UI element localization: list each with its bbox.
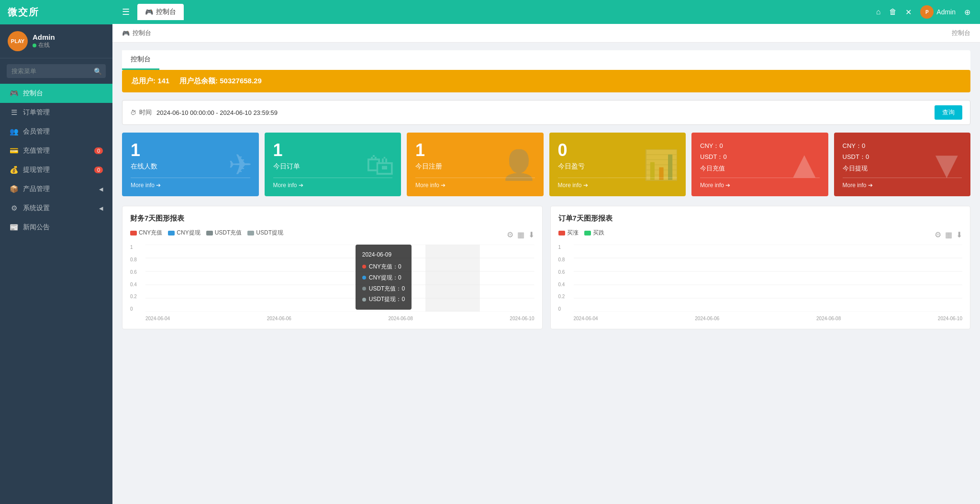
date-filter-value: 2024-06-10 00:00:00 - 2024-06-10 23:59:5… xyxy=(156,109,930,116)
expand-icon[interactable]: ✕ xyxy=(905,8,912,17)
topbar-right: ⌂ 🗑 ✕ P Admin ⊕ xyxy=(876,5,970,19)
stat-cards: 1 在线人数 ✈ More info ➔ 1 今日订单 🛍 More info … xyxy=(122,133,970,196)
order-chart-area: 10.80.60.40.20 xyxy=(558,245,963,321)
tooltip-label-1: CNY充值：0 xyxy=(369,261,401,272)
register-bg-icon: 👤 xyxy=(501,147,537,181)
legend-usdt-withdraw: USDT提现 xyxy=(247,229,283,237)
trash-icon[interactable]: 🗑 xyxy=(889,8,897,16)
sidebar-item-label: 会员管理 xyxy=(23,127,50,136)
legend-dot-buy-up xyxy=(558,231,565,235)
topbar-tab[interactable]: 🎮 控制台 xyxy=(137,4,184,20)
topbar-avatar: P xyxy=(920,5,934,19)
sidebar-item-orders[interactable]: ☰ 订单管理 xyxy=(0,103,112,122)
legend-dot-usdt-recharge xyxy=(206,231,213,235)
order-y-labels: 10.80.60.40.20 xyxy=(558,245,572,312)
breadcrumb-label: 控制台 xyxy=(133,29,151,37)
total-users-label: 总用户: xyxy=(132,77,156,85)
search-box[interactable]: 🔍 xyxy=(7,64,106,78)
orders-icon: ☰ xyxy=(10,108,18,117)
tab-label: 控制台 xyxy=(156,8,176,16)
finance-tooltip: 2024-06-09 CNY充值：0 CNY提现：0 xyxy=(356,245,412,310)
home-icon[interactable]: ⌂ xyxy=(876,8,881,16)
products-icon: 📦 xyxy=(10,185,18,193)
online-bg-icon: ✈ xyxy=(228,148,252,181)
status-dot xyxy=(33,44,36,47)
products-arrow: ◀ xyxy=(99,186,103,192)
sidebar-item-news[interactable]: 📰 新闻公告 xyxy=(0,218,112,237)
sidebar-item-label: 产品管理 xyxy=(23,185,50,193)
finance-legend: CNY充值 CNY提现 USDT充值 xyxy=(130,229,283,237)
recharge-more-info[interactable]: More info ➔ xyxy=(700,178,820,189)
tab-dashboard[interactable]: 控制台 xyxy=(122,50,159,70)
legend-label-cny-recharge: CNY充值 xyxy=(139,229,162,237)
sidebar-item-label: 充值管理 xyxy=(23,146,50,155)
online-more-info[interactable]: More info ➔ xyxy=(131,178,250,189)
sidebar-nav: 🎮 控制台 ☰ 订单管理 👥 会员管理 💳 充值管理 0 💰 提现管理 0 📦 … xyxy=(0,84,112,237)
order-chart-grid-icon[interactable]: ▦ xyxy=(945,230,952,239)
date-filter-label: ⏱ 时间 xyxy=(130,108,152,117)
order-chart-download-icon[interactable]: ⬇ xyxy=(956,230,962,239)
sidebar-item-withdraw[interactable]: 💰 提现管理 0 xyxy=(0,160,112,179)
legend-dot-cny-recharge xyxy=(130,231,137,235)
tooltip-row-4: USDT提现：0 xyxy=(362,294,405,305)
share-icon[interactable]: ⊕ xyxy=(964,8,970,17)
profit-more-info[interactable]: More info ➔ xyxy=(558,178,678,189)
order-chart-canvas xyxy=(574,245,963,312)
finance-x-labels: 2024-06-042024-06-062024-06-082024-06-10 xyxy=(145,316,535,321)
finance-chart-area: 10.80.60.40.20 xyxy=(130,245,535,321)
stat-card-withdraw: CNY：0 USDT：0 今日提现 ▼ More info ➔ xyxy=(834,133,971,196)
topbar-username: Admin xyxy=(936,8,956,16)
main: ☰ 🎮 控制台 ⌂ 🗑 ✕ P Admin ⊕ 🎮 控制台 控制台 xyxy=(112,0,980,504)
order-legend: 买涨 买跌 xyxy=(558,229,604,237)
order-svg xyxy=(574,245,963,312)
settings-icon: ⚙ xyxy=(10,204,18,213)
sidebar-item-recharge[interactable]: 💳 充值管理 0 xyxy=(0,141,112,160)
date-filter: ⏱ 时间 2024-06-10 00:00:00 - 2024-06-10 23… xyxy=(122,100,970,125)
user-info: Admin 在线 xyxy=(33,33,55,49)
total-balance-value: 50327658.29 xyxy=(220,77,262,85)
legend-label-buy-up: 买涨 xyxy=(567,229,579,237)
settings-arrow: ◀ xyxy=(99,205,103,212)
sidebar-item-products[interactable]: 📦 产品管理 ◀ xyxy=(0,179,112,199)
user-status: 在线 xyxy=(33,41,55,49)
tooltip-dot-4 xyxy=(362,298,366,302)
chart-settings-icon[interactable]: ⚙ xyxy=(507,230,513,239)
sidebar-item-members[interactable]: 👥 会员管理 xyxy=(0,122,112,141)
legend-buy-up: 买涨 xyxy=(558,229,579,237)
topbar-user[interactable]: P Admin xyxy=(920,5,956,19)
orders-bg-icon: 🛍 xyxy=(366,148,394,181)
content: 🎮 控制台 控制台 控制台 总用户: 141 用户总余额: 50327658.2… xyxy=(112,24,980,504)
legend-dot-buy-down xyxy=(584,231,591,235)
order-chart-settings-icon[interactable]: ⚙ xyxy=(935,230,941,239)
withdraw-more-info[interactable]: More info ➔ xyxy=(843,178,962,189)
tooltip-date: 2024-06-09 xyxy=(362,249,405,260)
chart-grid-icon[interactable]: ▦ xyxy=(517,230,524,239)
breadcrumb-current: 控制台 xyxy=(952,29,970,37)
sidebar-item-dashboard[interactable]: 🎮 控制台 xyxy=(0,84,112,103)
tooltip-dot-2 xyxy=(362,276,366,280)
tooltip-label-2: CNY提现：0 xyxy=(369,272,401,283)
breadcrumb-icon: 🎮 xyxy=(122,30,130,37)
stat-card-register: 1 今日注册 👤 More info ➔ xyxy=(407,133,544,196)
legend-label-usdt-withdraw: USDT提现 xyxy=(256,229,283,237)
sidebar: 微交所 PLAY Admin 在线 🔍 🎮 控制台 ☰ 订单管理 👥 会员管理 … xyxy=(0,0,112,504)
orders-more-info[interactable]: More info ➔ xyxy=(273,178,393,189)
query-button[interactable]: 查询 xyxy=(935,105,962,120)
sidebar-item-settings[interactable]: ⚙ 系统设置 ◀ xyxy=(0,199,112,218)
chart-download-icon[interactable]: ⬇ xyxy=(528,230,535,239)
finance-chart-box: 财务7天图形报表 CNY充值 CNY提现 xyxy=(122,206,543,329)
finance-chart-canvas: 2024-06-09 CNY充值：0 CNY提现：0 xyxy=(145,245,535,312)
legend-dot-usdt-withdraw xyxy=(247,231,254,235)
tooltip-label-4: USDT提现：0 xyxy=(369,294,405,305)
members-icon: 👥 xyxy=(10,127,18,136)
menu-icon[interactable]: ☰ xyxy=(122,7,130,17)
register-more-info[interactable]: More info ➔ xyxy=(415,178,535,189)
total-balance-label: 用户总余额: xyxy=(179,77,218,85)
total-users-value: 141 xyxy=(157,77,169,85)
order-x-labels: 2024-06-042024-06-062024-06-082024-06-10 xyxy=(574,316,963,321)
stat-card-profit: 0 今日盈亏 📊 More info ➔ xyxy=(549,133,686,196)
clock-icon: ⏱ xyxy=(130,109,136,116)
search-input[interactable] xyxy=(7,64,106,78)
legend-cny-recharge: CNY充值 xyxy=(130,229,162,237)
legend-buy-down: 买跌 xyxy=(584,229,604,237)
